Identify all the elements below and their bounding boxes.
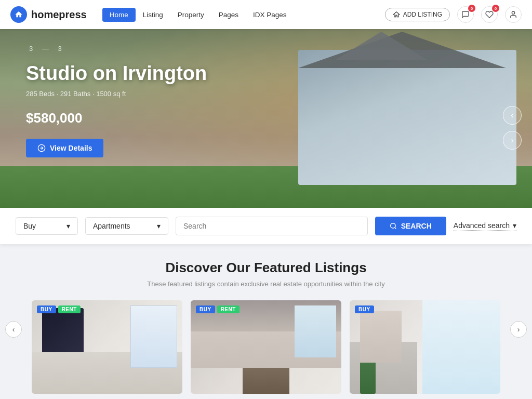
nav-property[interactable]: Property xyxy=(170,8,211,22)
logo-icon xyxy=(10,6,27,23)
nav-right: ADD LISTING 0 0 xyxy=(385,6,522,23)
view-details-label: View Details xyxy=(50,144,92,152)
svg-point-3 xyxy=(390,223,395,228)
add-listing-label: ADD LISTING xyxy=(403,11,442,18)
view-details-button[interactable]: View Details xyxy=(26,139,103,157)
hero-next-button[interactable]: › xyxy=(503,131,522,150)
hero-content: 3 — 3 Studio on Irvington 285 Beds · 291… xyxy=(26,45,207,157)
section-prev-arrow[interactable]: ‹ xyxy=(5,321,22,338)
search-icon xyxy=(390,222,397,230)
hero-meta: 285 Beds · 291 Baths · 1500 sq ft xyxy=(26,90,207,98)
featured-title: Discover Our Featured Listings xyxy=(10,260,522,276)
advanced-search-label: Advanced search xyxy=(454,221,510,230)
svg-line-4 xyxy=(394,228,396,229)
buy-select[interactable]: Buy ▾ xyxy=(16,217,78,235)
user-account-button[interactable] xyxy=(505,6,522,23)
card-3-interior xyxy=(350,300,500,394)
hero-section: 3 — 3 Studio on Irvington 285 Beds · 291… xyxy=(0,29,532,208)
listing-2-buy-badge: BUY xyxy=(196,305,215,313)
hero-title: Studio on Irvington xyxy=(26,63,207,85)
nav-listing[interactable]: Listing xyxy=(136,8,170,22)
listings-grid: BUY RENT BUY RENT xyxy=(10,300,522,394)
house-visual xyxy=(298,50,516,185)
logo[interactable]: homepress xyxy=(10,6,87,23)
messages-button[interactable]: 0 xyxy=(457,6,474,23)
hero-price: $580,000 xyxy=(26,110,207,126)
card-1-interior xyxy=(32,300,182,394)
listing-card-2[interactable]: BUY RENT xyxy=(191,300,341,394)
nav-pages[interactable]: Pages xyxy=(211,8,246,22)
slide-counter: 3 — 3 xyxy=(26,45,207,52)
listing-card-1[interactable]: BUY RENT xyxy=(32,300,182,394)
search-input-wrap xyxy=(176,217,368,235)
card-3-furniture xyxy=(360,311,402,363)
search-button[interactable]: SEARCH xyxy=(375,217,446,235)
listing-1-buy-badge: BUY xyxy=(37,305,56,313)
property-type-select[interactable]: Apartments ▾ xyxy=(85,217,168,235)
brand-name: homepress xyxy=(31,9,87,21)
nav-home[interactable]: Home xyxy=(102,8,136,22)
nav-idx-pages[interactable]: IDX Pages xyxy=(246,8,294,22)
listing-3-buy-badge: BUY xyxy=(355,305,374,313)
card-2-interior xyxy=(191,300,341,394)
slide-divider: — xyxy=(42,45,49,52)
search-bar: Buy ▾ Apartments ▾ SEARCH Advanced searc… xyxy=(0,208,532,244)
add-listing-button[interactable]: ADD LISTING xyxy=(385,8,450,21)
advanced-search-chevron-icon: ▾ xyxy=(513,221,516,230)
listing-1-rent-badge: RENT xyxy=(58,305,81,313)
listing-2-badges: BUY RENT xyxy=(196,305,240,313)
listing-1-badges: BUY RENT xyxy=(37,305,81,313)
search-input[interactable] xyxy=(176,217,368,235)
card-2-window xyxy=(295,305,336,357)
svg-point-0 xyxy=(512,11,514,14)
messages-badge: 0 xyxy=(468,5,475,12)
featured-section: Discover Our Featured Listings These fea… xyxy=(0,244,532,399)
slide-current: 3 xyxy=(29,45,33,52)
search-button-label: SEARCH xyxy=(401,222,432,230)
card-3-window-right xyxy=(422,300,500,394)
favorites-button[interactable]: 0 xyxy=(481,6,498,23)
house-roof-2 xyxy=(335,32,428,60)
nav-links: Home Listing Property Pages IDX Pages xyxy=(102,8,385,22)
listing-2-rent-badge: RENT xyxy=(217,305,240,313)
property-type-label: Apartments xyxy=(93,222,130,230)
buy-select-chevron-icon: ▾ xyxy=(66,222,70,230)
slide-total: 3 xyxy=(58,45,62,52)
card-1-window xyxy=(130,305,177,368)
property-type-chevron-icon: ▾ xyxy=(157,222,161,230)
buy-select-label: Buy xyxy=(23,222,36,230)
listing-3-badges: BUY xyxy=(355,305,374,313)
advanced-search-button[interactable]: Advanced search ▾ xyxy=(454,221,516,231)
section-next-arrow[interactable]: › xyxy=(510,321,527,338)
navbar: homepress Home Listing Property Pages ID… xyxy=(0,0,532,29)
hero-prev-button[interactable]: ‹ xyxy=(503,106,522,125)
listing-card-3[interactable]: BUY xyxy=(350,300,500,394)
featured-subtitle: These featured listings contain exclusiv… xyxy=(10,280,522,288)
favorites-badge: 0 xyxy=(492,5,499,12)
